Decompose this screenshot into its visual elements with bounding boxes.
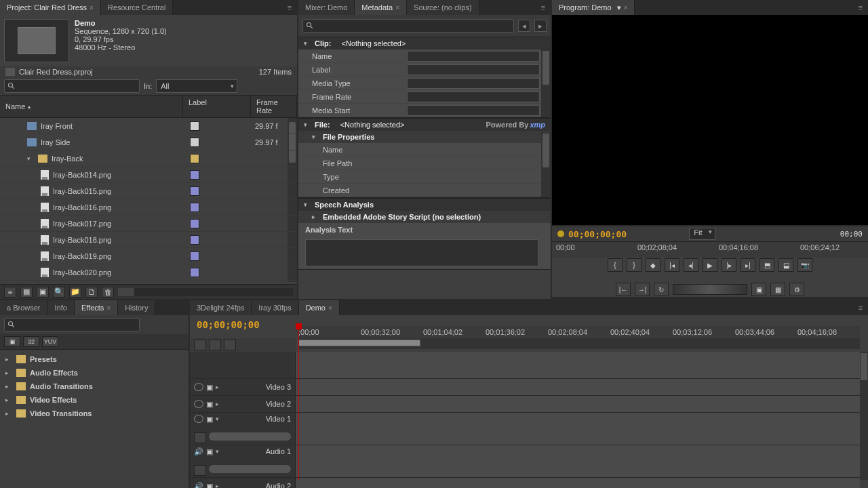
bin-folder-row[interactable]: ▾Iray-Back <box>0 150 297 167</box>
mark-in-button[interactable]: { <box>608 258 623 272</box>
track-slider[interactable] <box>209 432 291 441</box>
lift-button[interactable]: ⬒ <box>760 258 774 272</box>
label-swatch[interactable] <box>190 235 199 245</box>
close-icon[interactable]: × <box>90 4 94 12</box>
jog-shuttle[interactable] <box>673 284 747 295</box>
lock-icon[interactable]: ▣ <box>206 383 213 392</box>
go-to-out-button[interactable]: ▸| <box>741 258 755 272</box>
track-video-1[interactable]: ▣▾Video 1 <box>190 413 860 445</box>
close-icon[interactable]: × <box>106 304 111 312</box>
bin-item-row[interactable]: Iray-Back015.png <box>0 183 297 199</box>
clip-header[interactable]: ▾ Clip: <Nothing selected> <box>298 37 551 49</box>
tab-effects[interactable]: Effects× <box>75 300 118 315</box>
tab-history[interactable]: History <box>118 300 155 315</box>
bin-item-row[interactable]: Iray Front29.97 f <box>0 118 297 134</box>
label-swatch[interactable] <box>190 251 199 261</box>
track-audio-1[interactable]: 🔊▣▾Audio 1 <box>190 445 860 478</box>
step-forward-button[interactable]: |▸ <box>722 258 736 272</box>
step-back-button[interactable]: ◂| <box>684 258 698 272</box>
speaker-icon[interactable]: 🔊 <box>194 482 203 489</box>
new-bin-button[interactable]: 📁 <box>69 287 81 298</box>
output-button[interactable]: ▦ <box>770 283 785 296</box>
analysis-text-box[interactable] <box>305 239 538 266</box>
effects-folder[interactable]: ▸Video Transitions <box>0 407 189 420</box>
effects-folder[interactable]: ▸Audio Effects <box>0 366 189 380</box>
prev-button[interactable]: ◂ <box>518 20 530 32</box>
panel-menu-icon[interactable]: ≡ <box>282 0 297 15</box>
tab-program[interactable]: Program: Demo ▾× <box>552 0 635 15</box>
next-edit-button[interactable]: →| <box>635 283 650 296</box>
yuv-toggle[interactable]: YUV <box>42 336 58 347</box>
program-timecode[interactable]: 00;00;00;00 <box>568 229 627 239</box>
timeline-work-area[interactable] <box>298 338 860 349</box>
program-time-ruler[interactable]: 00;0000;02;08;0400;04;16;0800;06;24;1200… <box>552 241 868 258</box>
vertical-scrollbar[interactable] <box>541 49 551 117</box>
lock-icon[interactable]: ▣ <box>206 447 213 456</box>
tab-source[interactable]: Source: (no clips) <box>407 0 479 15</box>
keyframe-button[interactable] <box>194 465 206 476</box>
field-value[interactable] <box>407 64 540 75</box>
bin-item-row[interactable]: Iray-Back014.png <box>0 167 297 183</box>
panel-menu-icon[interactable]: ≡ <box>536 0 551 15</box>
field-value[interactable] <box>407 51 540 62</box>
track-audio-2[interactable]: 🔊▣▸Audio 2 <box>190 478 860 488</box>
effects-tree[interactable]: ▸Presets▸Audio Effects▸Audio Transitions… <box>0 350 189 423</box>
horizontal-scrollbar[interactable] <box>118 288 293 296</box>
bin-item-row[interactable]: Iray-Back016.png <box>0 199 297 216</box>
icon-view-button[interactable]: ▦ <box>20 287 33 298</box>
tab-sequence-2[interactable]: Iray 30fps <box>252 300 298 315</box>
label-swatch[interactable] <box>190 268 199 277</box>
field-value[interactable] <box>407 78 540 89</box>
32bit-toggle[interactable]: 32 <box>23 336 39 347</box>
label-swatch[interactable] <box>190 203 199 212</box>
track-slider[interactable] <box>209 465 291 473</box>
eye-icon[interactable] <box>194 400 203 408</box>
zoom-dropdown[interactable]: Fit <box>689 228 715 240</box>
project-bin-list[interactable]: Iray Front29.97 fIray Side29.97 f▾Iray-B… <box>0 118 297 282</box>
panel-menu-icon[interactable]: ≡ <box>853 300 868 315</box>
label-swatch[interactable] <box>190 170 199 180</box>
tab-sequence-1[interactable]: 3Delight 24fps <box>190 300 252 315</box>
tab-metadata[interactable]: Metadata× <box>355 0 407 15</box>
label-swatch[interactable] <box>190 138 199 147</box>
effects-folder[interactable]: ▸Video Effects <box>0 393 189 407</box>
bin-item-row[interactable]: Iray Side29.97 f <box>0 134 297 150</box>
bin-item-row[interactable]: Iray-Back018.png <box>0 232 297 248</box>
new-item-button[interactable]: 🗋 <box>85 287 98 298</box>
label-swatch[interactable] <box>190 186 199 196</box>
effects-folder[interactable]: ▸Presets <box>0 352 189 366</box>
timeline-ruler[interactable]: ;00;0000;00;32;0000;01;04;0200;01;36;020… <box>298 326 860 338</box>
settings-button[interactable]: ⚙ <box>789 283 804 296</box>
find-button[interactable]: 🔍 <box>53 287 65 298</box>
track-video-3[interactable]: ▣▸Video 3 <box>190 379 860 396</box>
file-header[interactable]: ▾ File: <Nothing selected> Powered By xm… <box>298 119 551 131</box>
marker-button[interactable]: ◆ <box>646 258 660 272</box>
in-dropdown[interactable]: All <box>156 79 237 93</box>
disclosure-icon[interactable]: ▾ <box>27 155 34 162</box>
effects-folder[interactable]: ▸Audio Transitions <box>0 380 189 393</box>
marker-button[interactable] <box>209 340 221 350</box>
eye-icon[interactable] <box>194 383 203 391</box>
track-video-2[interactable]: ▣▸Video 2 <box>190 396 860 413</box>
lock-icon[interactable]: ▣ <box>206 482 213 489</box>
prev-edit-button[interactable]: |← <box>616 283 631 296</box>
panel-menu-icon[interactable]: ≡ <box>853 0 868 15</box>
settings-button[interactable] <box>224 340 236 350</box>
lock-icon[interactable]: ▣ <box>206 415 213 424</box>
extract-button[interactable]: ⬓ <box>778 258 793 272</box>
project-search-input[interactable] <box>4 79 140 93</box>
label-swatch[interactable] <box>190 154 199 163</box>
next-button[interactable]: ▸ <box>534 20 547 32</box>
mark-out-button[interactable]: } <box>627 258 642 272</box>
tab-resource-central[interactable]: Resource Central <box>101 0 174 15</box>
field-value[interactable] <box>407 105 540 116</box>
effects-search-input[interactable] <box>4 318 140 331</box>
play-button[interactable]: ▶ <box>703 258 717 272</box>
export-frame-button[interactable]: 📷 <box>797 258 812 272</box>
lock-icon[interactable]: ▣ <box>206 400 213 409</box>
metadata-search-input[interactable] <box>302 19 514 33</box>
tab-media-browser[interactable]: a Browser <box>0 300 48 315</box>
close-icon[interactable]: × <box>395 4 399 12</box>
automate-button[interactable]: ▣ <box>37 287 49 298</box>
safe-margins-button[interactable]: ▣ <box>751 283 766 296</box>
